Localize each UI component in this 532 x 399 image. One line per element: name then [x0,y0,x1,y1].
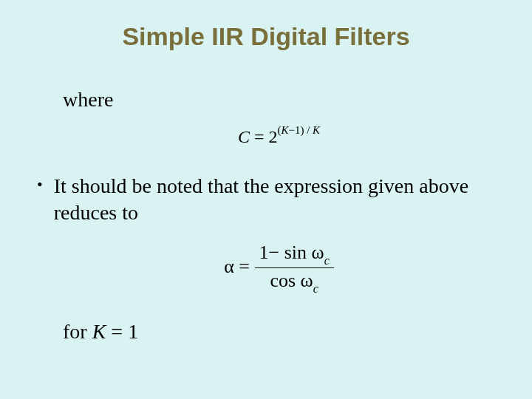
eq1-lhs: C [238,127,250,146]
bullet-text: It should be noted that the expression g… [54,173,495,227]
for-condition: for K = 1 [63,320,495,344]
bullet-marker: • [37,173,43,197]
eq1-equals: = [250,127,269,146]
eq2-denominator: cos ωc [255,268,334,294]
eq2-numerator: 1− sin ωc [255,242,334,268]
eq2-fraction: 1− sin ωc cos ωc [255,242,334,294]
equation-alpha: α = 1− sin ωc cos ωc [63,242,495,294]
eq1-base: 2 [268,127,277,146]
eq1-exponent: (K−1) / K [277,124,320,136]
equation-c: C = 2(K−1) / K [63,126,495,147]
bullet-item: • It should be noted that the expression… [37,173,495,227]
slide-title: Simple IIR Digital Filters [37,22,495,51]
eq2-alpha: α [224,255,234,276]
slide-content: where C = 2(K−1) / K • It should be note… [37,88,495,344]
where-text: where [63,88,495,112]
eq2-equals: = [234,255,255,276]
